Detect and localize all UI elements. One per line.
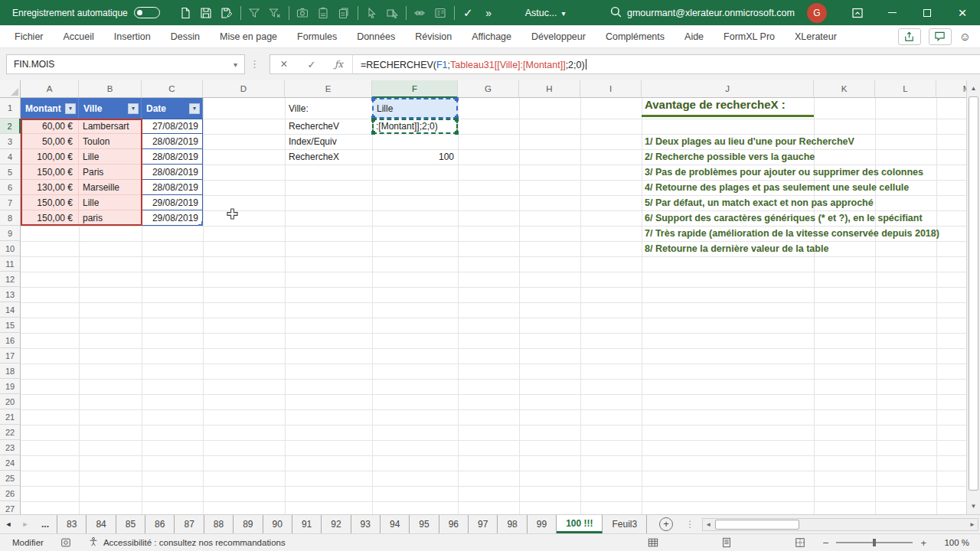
camera-icon[interactable]	[292, 3, 313, 23]
cell-ville[interactable]: Lille	[79, 195, 142, 210]
filter-icon[interactable]	[244, 3, 265, 23]
select-pointer-icon[interactable]	[361, 3, 382, 23]
sheet-tab[interactable]: 93	[351, 515, 381, 533]
ribbon-tab[interactable]: Affichage	[462, 25, 521, 47]
advantages-title[interactable]: Avantage de rechercheX :	[642, 98, 814, 117]
scroll-right-icon[interactable]	[967, 519, 978, 530]
column-header[interactable]: F	[372, 80, 458, 98]
sheet-tab[interactable]: 90	[263, 515, 292, 533]
ribbon-tab[interactable]: XLerateur	[785, 25, 847, 47]
row-header[interactable]: 24	[0, 455, 21, 471]
row-header[interactable]: 17	[0, 348, 21, 364]
row-header[interactable]: 8	[0, 210, 21, 226]
sheet-tab[interactable]: 85	[116, 515, 145, 533]
ribbon-tab[interactable]: Développeur	[521, 25, 596, 47]
cell-ville[interactable]: Lille	[79, 149, 142, 165]
column-header[interactable]: J	[642, 80, 814, 98]
close-button[interactable]	[945, 0, 980, 25]
filter-dropdown-icon[interactable]	[128, 103, 139, 114]
cell-ville[interactable]: paris	[79, 210, 142, 226]
row-header[interactable]: 6	[0, 180, 21, 195]
table-row[interactable]: 150,00 € Lille 29/08/2019	[21, 195, 203, 210]
sheet-nav-prev-icon[interactable]	[0, 515, 17, 533]
row-header[interactable]: 18	[0, 364, 21, 379]
sheet-tab[interactable]: 91	[292, 515, 322, 533]
row-header[interactable]: 3	[0, 134, 21, 149]
row-header[interactable]: 25	[0, 471, 21, 486]
confirm-icon[interactable]	[458, 3, 479, 23]
sheet-tab[interactable]: 98	[498, 515, 527, 533]
advantages-list-item[interactable]: 2/ Recherche possible vers la gauche	[642, 149, 939, 165]
sheet-tab[interactable]: 88	[204, 515, 234, 533]
add-sheet-icon[interactable]	[659, 517, 673, 531]
column-header[interactable]: E	[285, 80, 372, 98]
clear-filter-icon[interactable]	[265, 3, 286, 23]
table-row[interactable]: 150,00 € paris 29/08/2019	[21, 210, 203, 226]
ribbon-tab[interactable]: Aide	[675, 25, 714, 47]
document-title[interactable]: Astuc...	[525, 8, 566, 18]
insert-function-icon[interactable]	[325, 55, 353, 73]
table-row[interactable]: 130,00 € Marseille 28/08/2019	[21, 180, 203, 195]
search-icon[interactable]	[609, 5, 622, 21]
row-header[interactable]: 21	[0, 409, 21, 425]
row-header[interactable]: 9	[0, 226, 21, 241]
select-objects-icon[interactable]	[382, 3, 403, 23]
cell-ville[interactable]: Paris	[79, 165, 142, 180]
table-row[interactable]: 100,00 € Lille 28/08/2019	[21, 149, 203, 165]
column-header[interactable]: C	[142, 80, 203, 98]
ribbon-tab[interactable]: Révision	[405, 25, 462, 47]
cancel-entry-icon[interactable]	[270, 55, 298, 73]
form-icon[interactable]	[430, 3, 451, 23]
table-row[interactable]: 50,00 € Toulon 28/08/2019	[21, 134, 203, 149]
table-header-cell[interactable]: Ville	[79, 98, 142, 119]
new-file-icon[interactable]	[175, 3, 196, 23]
ribbon-tab[interactable]: Dessin	[161, 25, 210, 47]
sheet-tab[interactable]: 86	[145, 515, 175, 533]
row-header[interactable]: 12	[0, 272, 21, 287]
save-icon[interactable]	[196, 3, 217, 23]
cell-f2-editing[interactable]: :[Montant]];2;0)	[372, 119, 458, 134]
row-header[interactable]: 15	[0, 318, 21, 333]
paste-values-icon[interactable]	[313, 3, 334, 23]
advantages-list-item[interactable]: 7/ Très rapide (amélioration de la vites…	[642, 226, 939, 241]
cell-date[interactable]: 29/08/2019	[142, 210, 203, 226]
lookup-label-cell[interactable]: RechercheX	[285, 149, 372, 165]
vertical-scroll-thumb[interactable]	[969, 96, 978, 491]
row-header[interactable]: 26	[0, 486, 21, 501]
page-break-view-icon[interactable]	[795, 537, 805, 548]
lookup-label-cell[interactable]: RechercheV	[285, 119, 372, 134]
row-header[interactable]: 7	[0, 195, 21, 210]
cell-montant[interactable]: 150,00 €	[21, 165, 79, 180]
row-header[interactable]: 5	[0, 165, 21, 180]
table-header-cell[interactable]: Montant	[21, 98, 79, 119]
scroll-down-icon[interactable]	[967, 500, 980, 513]
column-header[interactable]: D	[203, 80, 285, 98]
scroll-left-icon[interactable]	[703, 519, 714, 530]
ribbon-tab[interactable]: Fichier	[5, 25, 54, 47]
zoom-out-icon[interactable]	[822, 536, 828, 549]
lookup-label-cell[interactable]: Ville:	[285, 98, 372, 119]
cell-ville[interactable]: Marseille	[79, 180, 142, 195]
cell-f4-result[interactable]: 100	[372, 149, 458, 165]
share-icon[interactable]	[898, 28, 921, 45]
ribbon-tab[interactable]: Mise en page	[210, 25, 287, 47]
advantages-list-item[interactable]: 3/ Pas de problèmes pour ajouter ou supp…	[642, 165, 939, 180]
table-resize-handle[interactable]	[198, 221, 203, 226]
sheet-area[interactable]: Montant Ville Date 60,00 € Lambe	[21, 98, 980, 514]
name-box-dropdown-icon[interactable]	[234, 59, 244, 70]
row-header[interactable]: 16	[0, 333, 21, 348]
filter-dropdown-icon[interactable]	[65, 103, 76, 114]
cell-ville[interactable]: Toulon	[79, 134, 142, 149]
sheet-nav-next-icon[interactable]	[17, 515, 34, 533]
sheet-tab[interactable]: 99	[528, 515, 557, 533]
cell-montant[interactable]: 150,00 €	[21, 210, 79, 226]
sheet-tab[interactable]: Feuil3	[603, 515, 647, 533]
sheet-tab[interactable]: 84	[87, 515, 116, 533]
column-header[interactable]: I	[580, 80, 642, 98]
sheet-tab[interactable]: 95	[410, 515, 439, 533]
zoom-slider-handle[interactable]	[873, 539, 876, 546]
account-info[interactable]: gmourmant@xlerateur.onmicrosoft.com G	[627, 3, 827, 23]
row-header[interactable]: 27	[0, 501, 21, 514]
avatar[interactable]: G	[807, 3, 827, 23]
table-header-cell[interactable]: Date	[142, 98, 203, 119]
